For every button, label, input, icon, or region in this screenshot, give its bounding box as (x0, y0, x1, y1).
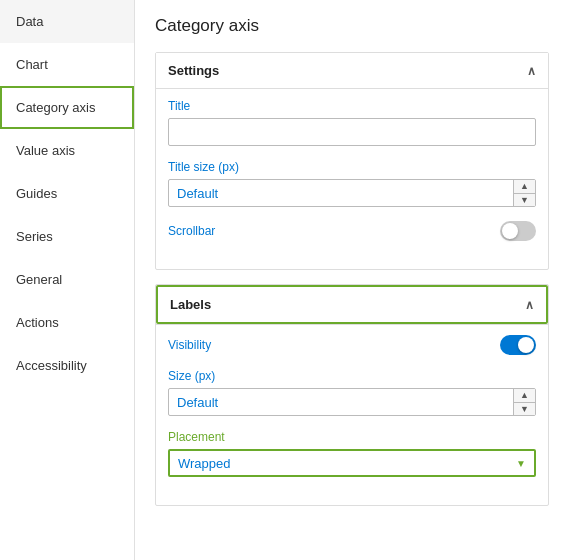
sidebar-item-actions[interactable]: Actions (0, 301, 134, 344)
size-increment[interactable]: ▲ (514, 389, 535, 403)
sidebar-item-label: Guides (16, 186, 57, 201)
sidebar-item-label: Actions (16, 315, 59, 330)
sidebar-item-label: Accessibility (16, 358, 87, 373)
scrollbar-row: Scrollbar (168, 221, 536, 241)
title-size-increment[interactable]: ▲ (514, 180, 535, 194)
sidebar-item-guides[interactable]: Guides (0, 172, 134, 215)
settings-section: Settings ∧ Title Title size (px) Default… (155, 52, 549, 270)
size-field-group: Size (px) Default ▲ ▼ (168, 369, 536, 416)
title-size-spinner: Default ▲ ▼ (168, 179, 536, 207)
page-title: Category axis (155, 16, 549, 36)
settings-section-body: Title Title size (px) Default ▲ ▼ Scroll… (156, 88, 548, 269)
size-spinner: Default ▲ ▼ (168, 388, 536, 416)
placement-value: Wrapped (178, 456, 231, 471)
settings-collapse-icon: ∧ (527, 64, 536, 78)
title-field-group: Title (168, 99, 536, 146)
sidebar-item-accessibility[interactable]: Accessibility (0, 344, 134, 387)
size-value: Default (169, 389, 513, 415)
settings-section-header[interactable]: Settings ∧ (156, 53, 548, 88)
size-spinner-buttons: ▲ ▼ (513, 389, 535, 415)
title-size-spinner-buttons: ▲ ▼ (513, 180, 535, 206)
sidebar-item-series[interactable]: Series (0, 215, 134, 258)
sidebar-item-general[interactable]: General (0, 258, 134, 301)
title-input[interactable] (168, 118, 536, 146)
placement-label: Placement (168, 430, 536, 444)
sidebar-item-label: Value axis (16, 143, 75, 158)
sidebar-item-chart[interactable]: Chart (0, 43, 134, 86)
sidebar-item-label: Series (16, 229, 53, 244)
placement-field-group: Placement Wrapped ▼ (168, 430, 536, 477)
sidebar-item-data[interactable]: Data (0, 0, 134, 43)
title-size-label: Title size (px) (168, 160, 536, 174)
visibility-row: Visibility (168, 335, 536, 355)
labels-collapse-icon: ∧ (525, 298, 534, 312)
title-label: Title (168, 99, 536, 113)
placement-dropdown-arrow: ▼ (516, 458, 526, 469)
sidebar-item-label: Data (16, 14, 43, 29)
sidebar: Data Chart Category axis Value axis Guid… (0, 0, 135, 560)
main-content: Category axis Settings ∧ Title Title siz… (135, 0, 569, 560)
size-label: Size (px) (168, 369, 536, 383)
scrollbar-toggle[interactable] (500, 221, 536, 241)
sidebar-item-label: Chart (16, 57, 48, 72)
sidebar-item-category-axis[interactable]: Category axis (0, 86, 134, 129)
title-size-field-group: Title size (px) Default ▲ ▼ (168, 160, 536, 207)
labels-section: Labels ∧ Visibility Size (px) Default ▲ … (155, 284, 549, 506)
sidebar-item-label: General (16, 272, 62, 287)
size-decrement[interactable]: ▼ (514, 403, 535, 416)
settings-section-title: Settings (168, 63, 219, 78)
title-size-value: Default (169, 180, 513, 206)
scrollbar-label: Scrollbar (168, 224, 215, 238)
visibility-toggle[interactable] (500, 335, 536, 355)
placement-dropdown[interactable]: Wrapped ▼ (168, 449, 536, 477)
title-size-decrement[interactable]: ▼ (514, 194, 535, 207)
visibility-label: Visibility (168, 338, 211, 352)
labels-section-header[interactable]: Labels ∧ (156, 285, 548, 324)
sidebar-item-label: Category axis (16, 100, 95, 115)
sidebar-item-value-axis[interactable]: Value axis (0, 129, 134, 172)
labels-section-title: Labels (170, 297, 211, 312)
labels-section-body: Visibility Size (px) Default ▲ ▼ Placeme… (156, 324, 548, 505)
